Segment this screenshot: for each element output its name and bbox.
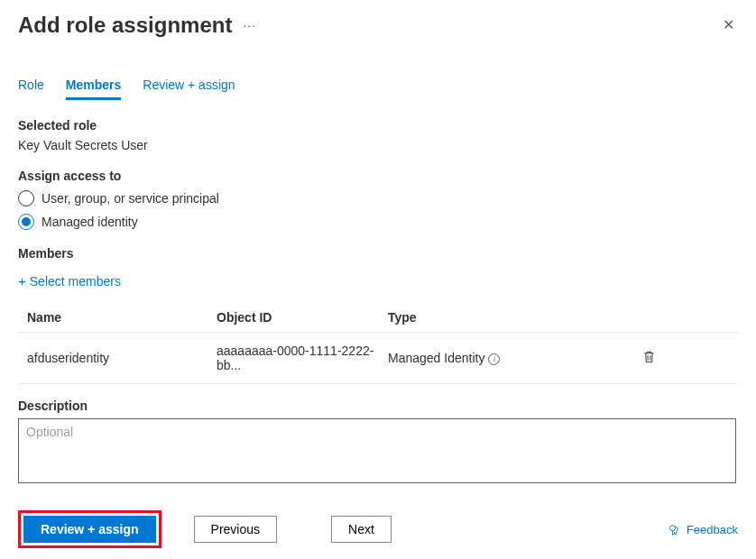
radio-label: User, group, or service principal: [41, 191, 219, 206]
members-label: Members: [18, 246, 738, 261]
page-title: Add role assignment: [18, 13, 232, 38]
description-input[interactable]: [18, 418, 736, 483]
radio-icon: [18, 190, 34, 206]
plus-icon: +: [18, 273, 26, 289]
column-header-name: Name: [18, 310, 217, 325]
close-icon[interactable]: ✕: [719, 14, 738, 36]
radio-icon: [18, 214, 34, 230]
selected-role-value: Key Vault Secrets User: [18, 138, 738, 152]
review-assign-button[interactable]: Review + assign: [23, 516, 156, 543]
select-members-text: Select members: [30, 274, 121, 289]
description-label: Description: [18, 399, 738, 413]
select-members-link[interactable]: + Select members: [18, 273, 121, 289]
tab-bar: Role Members Review + assign: [0, 45, 756, 100]
tab-role[interactable]: Role: [18, 78, 44, 100]
cell-type: Managed Identityi: [388, 351, 559, 365]
cell-objectid: aaaaaaaa-0000-1111-2222-bb...: [217, 344, 388, 372]
previous-button[interactable]: Previous: [194, 516, 277, 543]
radio-user-group-sp[interactable]: User, group, or service principal: [18, 190, 738, 206]
feedback-icon: [668, 523, 681, 536]
feedback-label: Feedback: [687, 523, 738, 536]
table-row: afduseridentity aaaaaaaa-0000-1111-2222-…: [18, 333, 738, 384]
selected-role-label: Selected role: [18, 118, 738, 133]
highlight-annotation: Review + assign: [18, 510, 161, 548]
cell-name: afduseridentity: [18, 351, 217, 365]
column-header-objectid: Object ID: [217, 310, 388, 325]
members-table: Name Object ID Type afduseridentity aaaa…: [18, 310, 738, 384]
tab-review[interactable]: Review + assign: [143, 78, 235, 100]
svg-point-0: [670, 525, 676, 530]
radio-managed-identity[interactable]: Managed identity: [18, 214, 738, 230]
more-options-icon[interactable]: ···: [243, 18, 256, 32]
tab-members[interactable]: Members: [66, 78, 121, 100]
assign-access-label: Assign access to: [18, 169, 738, 183]
info-icon[interactable]: i: [488, 353, 500, 365]
delete-icon[interactable]: [642, 353, 656, 367]
feedback-link[interactable]: Feedback: [668, 523, 738, 536]
next-button[interactable]: Next: [331, 516, 392, 543]
radio-label: Managed identity: [41, 215, 138, 229]
column-header-type: Type: [388, 310, 559, 325]
